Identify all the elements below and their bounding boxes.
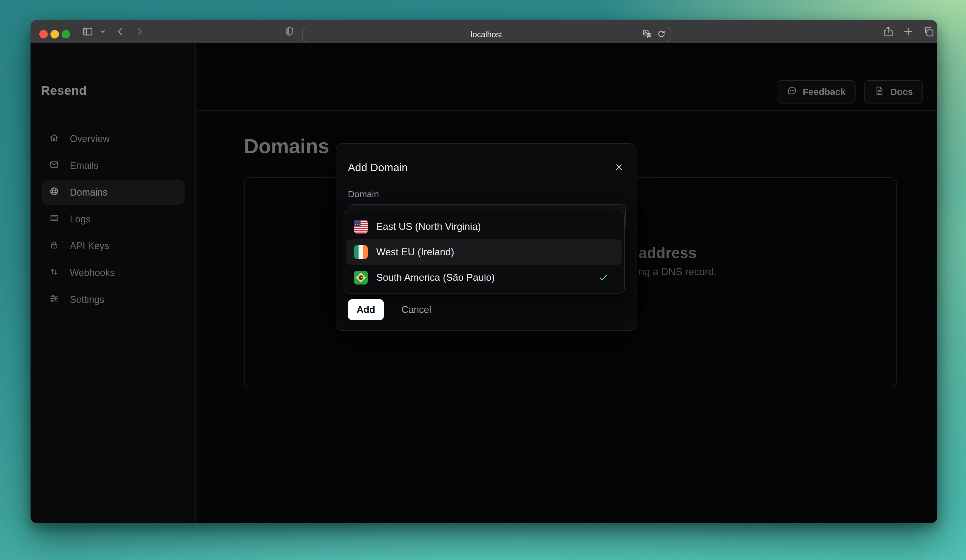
sidebar-item-label: Settings [70, 294, 104, 305]
docs-button[interactable]: Docs [864, 80, 923, 103]
us-flag-icon [354, 220, 368, 234]
app-sidebar: Resend Overview Em [31, 43, 196, 523]
empty-state-heading-fragment: address [639, 244, 697, 261]
sidebar-item-label: API Keys [70, 241, 109, 252]
region-option-west-eu[interactable]: West EU (Ireland) [347, 239, 622, 265]
docs-label: Docs [890, 87, 913, 97]
chevron-down-icon[interactable] [99, 28, 107, 36]
home-icon [49, 133, 59, 145]
webhooks-icon [49, 267, 59, 279]
new-tab-icon[interactable] [902, 26, 914, 38]
close-icon[interactable] [612, 160, 626, 174]
docs-icon [874, 85, 885, 98]
add-button[interactable]: Add [348, 299, 384, 320]
region-option-label: East US (North Virginia) [376, 221, 481, 232]
check-icon [598, 272, 609, 283]
traffic-zoom-button[interactable] [62, 30, 70, 38]
empty-state-description-fragment: ng a DNS record. [639, 266, 717, 278]
feedback-icon [787, 85, 797, 98]
sidebar-item-label: Domains [70, 187, 108, 198]
region-option-label: South America (São Paulo) [376, 272, 495, 283]
region-option-east-us[interactable]: East US (North Virginia) [347, 214, 622, 239]
traffic-minimize-button[interactable] [51, 30, 59, 38]
region-option-label: West EU (Ireland) [376, 247, 454, 258]
traffic-close-button[interactable] [39, 30, 48, 38]
sidebar-toggle-icon[interactable] [82, 26, 94, 38]
add-domain-modal: Add Domain Domain [336, 143, 636, 331]
address-bar[interactable]: localhost [302, 27, 670, 42]
modal-title: Add Domain [348, 161, 408, 174]
forward-icon[interactable] [134, 26, 145, 37]
reload-icon[interactable] [657, 29, 666, 40]
toolbar-divider [97, 26, 97, 38]
domain-field-label: Domain [348, 189, 379, 199]
shield-icon[interactable] [284, 26, 295, 37]
header-divider [196, 110, 937, 111]
browser-titlebar: localhost [31, 20, 937, 43]
region-dropdown: East US (North Virginia) West EU (Irelan… [343, 211, 625, 293]
sidebar-nav: Overview Emails [42, 127, 185, 314]
feedback-label: Feedback [803, 87, 846, 97]
lock-icon [49, 240, 59, 252]
feedback-button[interactable]: Feedback [777, 80, 856, 103]
sidebar-item-overview[interactable]: Overview [42, 127, 185, 151]
brazil-flag-icon [354, 271, 368, 285]
sidebar-item-label: Webhooks [70, 267, 115, 278]
mail-icon [49, 159, 59, 172]
sidebar-item-label: Overview [70, 133, 110, 144]
back-icon[interactable] [115, 26, 126, 37]
region-option-south-america[interactable]: South America (São Paulo) [347, 265, 622, 290]
sidebar-item-logs[interactable]: Logs [42, 207, 185, 231]
resend-logo: Resend [41, 83, 87, 98]
sidebar-item-domains[interactable]: Domains [42, 180, 185, 205]
settings-icon [49, 293, 59, 306]
sidebar-item-webhooks[interactable]: Webhooks [42, 260, 185, 285]
browser-window: localhost [31, 20, 937, 523]
sidebar-item-api-keys[interactable]: API Keys [42, 234, 185, 258]
logs-icon [49, 213, 59, 226]
translate-icon[interactable] [642, 29, 652, 40]
url-text: localhost [471, 30, 502, 39]
share-icon[interactable] [882, 26, 894, 38]
globe-icon [49, 186, 59, 199]
page-title: Domains [244, 134, 329, 158]
cancel-button[interactable]: Cancel [401, 304, 431, 315]
sidebar-item-settings[interactable]: Settings [42, 287, 185, 312]
tab-overview-icon[interactable] [922, 26, 935, 38]
sidebar-item-emails[interactable]: Emails [42, 153, 185, 178]
ireland-flag-icon [354, 245, 368, 259]
sidebar-item-label: Logs [70, 214, 90, 225]
sidebar-item-label: Emails [70, 160, 99, 171]
